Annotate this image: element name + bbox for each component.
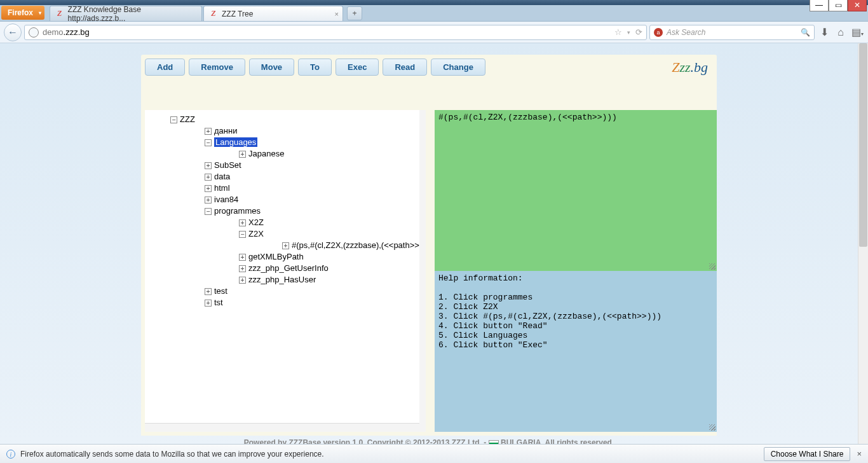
tree-node[interactable]: +ivan84 — [205, 194, 422, 205]
firefox-menu-button[interactable]: Firefox — [1, 6, 44, 20]
url-host: demo — [43, 27, 64, 37]
tree-label: programmes — [214, 206, 261, 216]
notification-close-icon[interactable]: × — [857, 449, 862, 459]
page-viewport: Add Remove Move To Exec Read Change Zzz.… — [0, 43, 858, 444]
expand-icon[interactable]: + — [205, 300, 212, 307]
tab-inactive[interactable]: Z ZZZ Knowledge Base http://ads.zzz.b... — [50, 6, 202, 21]
collapse-icon[interactable]: − — [170, 116, 177, 123]
tree-label: Japanese — [248, 149, 284, 158]
expand-icon[interactable]: + — [205, 197, 212, 204]
to-button[interactable]: To — [298, 59, 332, 76]
logo-z: Z — [672, 59, 679, 75]
remove-button[interactable]: Remove — [189, 59, 245, 76]
tree-node[interactable]: +SubSet — [205, 160, 422, 171]
tree-node[interactable]: +Japanese — [239, 148, 422, 160]
tree-label: ivan84 — [214, 195, 238, 204]
info-icon: i — [6, 450, 15, 459]
favicon-icon: Z — [55, 10, 64, 18]
tree-node[interactable]: −Z2X — [239, 228, 422, 240]
window-minimize-button[interactable] — [810, 0, 829, 11]
tree-v-scrollbar[interactable] — [419, 110, 426, 432]
tree-label: zzz_php_GetUserInfo — [248, 263, 329, 273]
help-box[interactable]: Help information: 1. Click programmes 2.… — [435, 271, 717, 432]
tree-node-root[interactable]: −ZZZ — [170, 114, 422, 125]
tree-node[interactable]: +zzz_php_GetUserInfo — [239, 263, 422, 274]
window-close-button[interactable] — [848, 0, 867, 11]
tree-panel: −ZZZ +данни −Languages +Japanese +SubSet… — [145, 110, 424, 432]
logo-zz: zz — [679, 59, 690, 75]
expand-icon[interactable]: + — [205, 288, 212, 295]
expand-icon[interactable]: + — [205, 128, 212, 135]
tree-label-selected: Languages — [214, 137, 257, 147]
read-button[interactable]: Read — [383, 59, 427, 76]
expand-icon[interactable]: + — [239, 151, 246, 158]
tree-node[interactable]: +test — [205, 286, 422, 297]
firefox-label: Firefox — [8, 8, 33, 17]
bookmarks-menu-icon[interactable]: ▤▾ — [850, 26, 864, 38]
dropdown-icon[interactable]: ▾ — [627, 29, 630, 36]
tree-h-scrollbar[interactable] — [145, 423, 424, 432]
expand-icon[interactable]: + — [205, 174, 212, 181]
expand-icon[interactable]: + — [205, 162, 212, 169]
home-icon[interactable]: ⌂ — [834, 27, 848, 38]
collapse-icon[interactable]: − — [205, 208, 212, 215]
expand-icon[interactable]: + — [239, 254, 246, 261]
tree-node[interactable]: +getXMLByPath — [239, 251, 422, 263]
app-container: Add Remove Move To Exec Read Change Zzz.… — [141, 55, 717, 444]
toolbar: Add Remove Move To Exec Read Change Zzz.… — [141, 55, 717, 79]
tab-active[interactable]: Z ZZZ Tree × — [203, 6, 343, 21]
search-engine-icon: a — [654, 28, 663, 37]
tree-node-languages[interactable]: −Languages — [205, 137, 422, 148]
window-v-scrollbar[interactable] — [858, 43, 868, 444]
tree: −ZZZ +данни −Languages +Japanese +SubSet… — [145, 110, 424, 312]
tree-label: getXMLByPath — [248, 252, 304, 261]
expand-icon[interactable]: + — [239, 219, 246, 226]
tree-node[interactable]: +X2Z — [239, 217, 422, 228]
tree-node[interactable]: +#(ps,#(cl,Z2X,(zzzbase),(<<path>>))) — [282, 240, 424, 251]
reload-icon[interactable]: ⟳ — [635, 27, 642, 37]
window-maximize-button[interactable] — [829, 0, 848, 11]
expand-icon[interactable]: + — [239, 277, 246, 284]
tree-node[interactable]: +data — [205, 171, 422, 183]
tree-node[interactable]: −programmes — [205, 205, 422, 217]
notification-text: Firefox automatically sends some data to… — [20, 450, 324, 459]
add-button[interactable]: Add — [145, 59, 185, 76]
tree-label: data — [214, 172, 230, 181]
code-box[interactable]: #(ps,#(cl,Z2X,(zzzbase),(<<path>>))) — [435, 110, 717, 271]
scrollbar-thumb[interactable] — [859, 43, 867, 247]
right-panel: #(ps,#(cl,Z2X,(zzzbase),(<<path>>))) Hel… — [435, 110, 717, 432]
notification-bar: i Firefox automatically sends some data … — [0, 444, 868, 463]
tree-node[interactable]: +данни — [205, 125, 422, 137]
choose-share-button[interactable]: Choose What I Share — [764, 447, 851, 461]
exec-button[interactable]: Exec — [336, 59, 379, 76]
search-icon[interactable]: 🔍 — [801, 28, 810, 37]
logo: Zzz.bg — [672, 59, 713, 76]
url-bar[interactable]: demo.zzz.bg ☆ ▾ ⟳ — [24, 25, 647, 40]
move-button[interactable]: Move — [249, 59, 294, 76]
footer: Powered by ZZZBase version 1.0. Copyrigh… — [141, 436, 717, 444]
tree-node[interactable]: +html — [205, 183, 422, 194]
expand-icon[interactable]: + — [239, 265, 246, 272]
tree-label: Z2X — [248, 229, 264, 238]
downloads-icon[interactable]: ⬇ — [817, 26, 831, 38]
search-bar[interactable]: a Ask Search 🔍 — [649, 25, 815, 40]
collapse-icon[interactable]: − — [205, 139, 212, 146]
url-domain: .zzz.bg — [64, 27, 90, 37]
expand-icon[interactable]: + — [205, 185, 212, 192]
globe-icon — [29, 27, 39, 38]
change-button[interactable]: Change — [431, 59, 485, 76]
expand-icon[interactable]: + — [282, 242, 289, 249]
tab-title: ZZZ Knowledge Base http://ads.zzz.b... — [68, 5, 196, 23]
back-button[interactable]: ← — [4, 24, 22, 41]
bookmark-icon[interactable]: ☆ — [614, 27, 622, 37]
footer-text-b: BULGARIA. All rights reserved. — [499, 438, 614, 444]
tab-close-icon[interactable]: × — [335, 10, 339, 18]
body-area: −ZZZ +данни −Languages +Japanese +SubSet… — [141, 79, 717, 436]
footer-text-a: Powered by ZZZBase version 1.0. Copyrigh… — [244, 438, 489, 444]
tree-node[interactable]: +zzz_php_HasUser — [239, 274, 422, 286]
tree-node[interactable]: +tst — [205, 297, 422, 308]
collapse-icon[interactable]: − — [239, 231, 246, 238]
tree-label: tst — [214, 298, 223, 307]
search-placeholder: Ask Search — [667, 28, 705, 37]
new-tab-button[interactable]: + — [347, 6, 362, 20]
